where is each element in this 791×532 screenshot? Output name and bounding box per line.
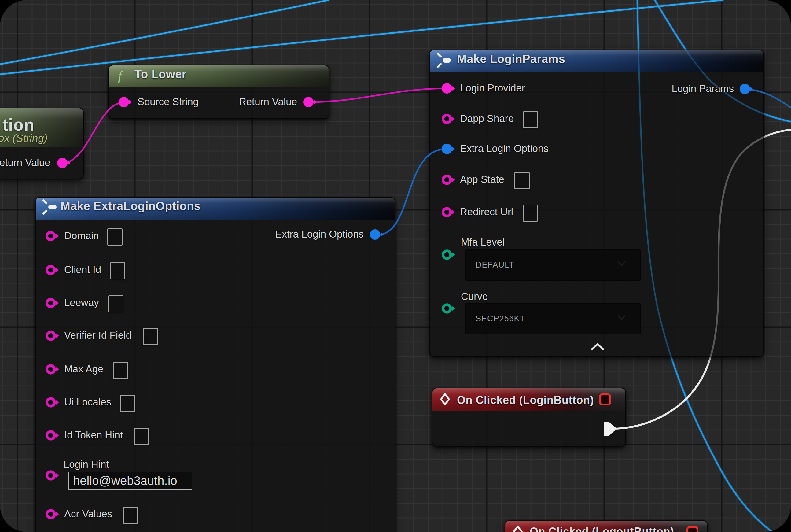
svg-text:f: f: [118, 69, 123, 83]
